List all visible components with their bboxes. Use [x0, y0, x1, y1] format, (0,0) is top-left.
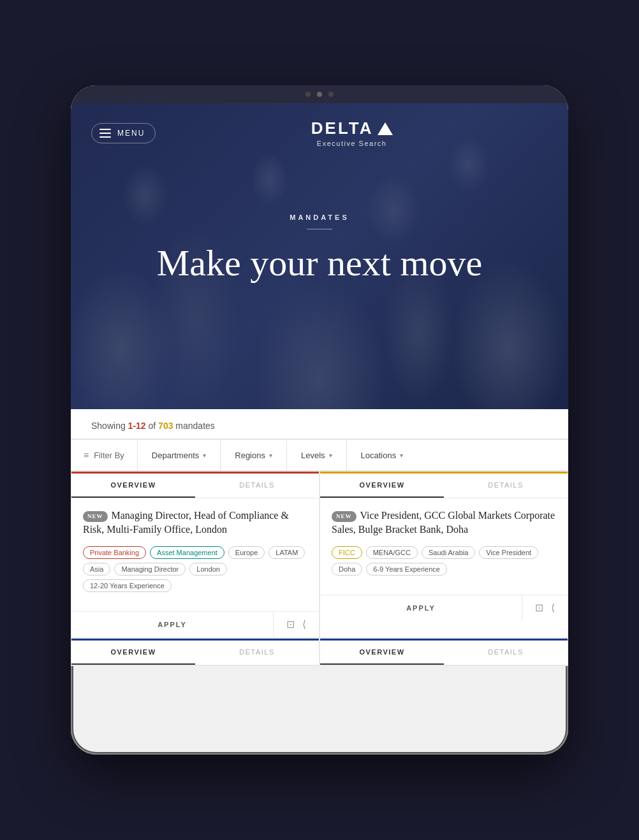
logo-name: DELTA	[311, 119, 393, 138]
camera-dot-1	[305, 92, 311, 97]
tag-latam[interactable]: LATAM	[268, 546, 305, 559]
tag-years-exp-2[interactable]: 6-9 Years Experience	[366, 563, 447, 576]
card-4-tab-details[interactable]: DETAILS	[444, 641, 568, 665]
filter-by-button[interactable]: ≡ Filter By	[71, 440, 138, 470]
departments-dropdown[interactable]: Departments ▾	[138, 440, 221, 470]
tag-mena-gcc[interactable]: MENA/GCC	[366, 546, 418, 559]
hero-eyebrow-line	[307, 229, 332, 229]
hero-nav: MENU DELTA Executive Search	[71, 103, 568, 163]
logo-subtitle: Executive Search	[311, 140, 393, 147]
card-1-tab-details[interactable]: DETAILS	[195, 474, 319, 498]
showing-prefix: Showing	[91, 421, 128, 431]
card-1-tabs: OVERVIEW DETAILS	[71, 474, 319, 498]
card-2-tab-overview[interactable]: OVERVIEW	[320, 474, 444, 498]
menu-label: MENU	[117, 129, 145, 138]
tag-ficc[interactable]: FICC	[332, 546, 362, 559]
locations-dropdown[interactable]: Locations ▾	[347, 440, 418, 470]
hero-center: MANDATES Make your next move	[71, 163, 568, 285]
camera-dot-2	[317, 92, 322, 97]
hero-section: MENU DELTA Executive Search MANDATES Mak…	[71, 103, 568, 409]
card-2-tabs: OVERVIEW DETAILS	[320, 474, 568, 498]
filter-bar: ≡ Filter By Departments ▾ Regions ▾ Leve…	[71, 439, 568, 471]
filter-icon: ≡	[84, 450, 89, 460]
tag-london[interactable]: London	[189, 563, 227, 576]
tag-asia[interactable]: Asia	[83, 563, 110, 576]
card-1-title: NEWManaging Director, Head of Compliance…	[83, 509, 307, 537]
regions-dropdown[interactable]: Regions ▾	[221, 440, 287, 470]
card-2-bookmark-icon[interactable]: ⊡	[532, 599, 546, 616]
results-total: 703	[158, 421, 173, 431]
tag-managing-director[interactable]: Managing Director	[114, 563, 186, 576]
job-card-3: OVERVIEW DETAILS	[71, 639, 319, 665]
regions-arrow-icon: ▾	[269, 452, 272, 459]
levels-dropdown[interactable]: Levels ▾	[287, 440, 347, 470]
card-1-tags: Private Banking Asset Management Europe …	[83, 546, 307, 592]
tag-years-exp-1[interactable]: 12-20 Years Experience	[83, 579, 172, 592]
levels-label: Levels	[301, 451, 325, 460]
card-2-footer: APPLY ⊡ ⟨	[320, 595, 568, 621]
card-1-bookmark-icon[interactable]: ⊡	[284, 616, 297, 633]
card-2-body: NEWVice President, GCC Global Markets Co…	[320, 498, 568, 595]
card-3-tabs: OVERVIEW DETAILS	[71, 641, 319, 665]
card-4-tab-overview[interactable]: OVERVIEW	[320, 641, 444, 665]
card-1-tab-overview[interactable]: OVERVIEW	[71, 474, 195, 498]
job-card-4: OVERVIEW DETAILS	[320, 639, 568, 665]
departments-label: Departments	[152, 451, 199, 460]
tablet-top-bar	[71, 85, 568, 103]
card-2-share-icon[interactable]: ⟨	[548, 599, 557, 616]
locations-arrow-icon: ▾	[400, 452, 403, 459]
cards-grid: OVERVIEW DETAILS NEWManaging Director, H…	[71, 471, 568, 666]
page-content: MENU DELTA Executive Search MANDATES Mak…	[71, 103, 568, 666]
card-2-apply-button[interactable]: APPLY	[320, 595, 522, 621]
results-suffix: mandates	[173, 421, 214, 431]
job-card-1: OVERVIEW DETAILS NEWManaging Director, H…	[71, 472, 319, 637]
departments-arrow-icon: ▾	[203, 452, 206, 459]
job-card-2: OVERVIEW DETAILS NEWVice President, GCC …	[320, 472, 568, 637]
levels-arrow-icon: ▾	[329, 452, 332, 459]
tablet-frame: MENU DELTA Executive Search MANDATES Mak…	[71, 85, 568, 755]
card-1-share-icon[interactable]: ⟨	[300, 616, 309, 633]
card-2-tags: FICC MENA/GCC Saudi Arabia Vice Presiden…	[332, 546, 556, 576]
card-2-new-badge: NEW	[332, 511, 356, 522]
hero-title: Make your next move	[71, 242, 568, 285]
hamburger-icon	[99, 129, 111, 138]
tag-doha[interactable]: Doha	[332, 563, 362, 576]
results-range: 1-12	[128, 421, 146, 431]
tag-saudi-arabia[interactable]: Saudi Arabia	[422, 546, 475, 559]
tag-asset-management[interactable]: Asset Management	[150, 546, 224, 559]
hero-eyebrow: MANDATES	[71, 214, 568, 221]
logo-triangle-icon	[378, 122, 393, 135]
card-1-apply-button[interactable]: APPLY	[71, 612, 274, 637]
card-1-new-badge: NEW	[83, 511, 108, 522]
card-1-actions: ⊡ ⟨	[274, 616, 319, 633]
results-section: Showing 1-12 of 703 mandates	[71, 409, 568, 439]
of-text: of	[146, 421, 158, 431]
locations-label: Locations	[361, 451, 397, 460]
logo-area: DELTA Executive Search	[156, 119, 548, 147]
card-4-tabs: OVERVIEW DETAILS	[320, 641, 568, 665]
tag-europe[interactable]: Europe	[228, 546, 265, 559]
menu-button[interactable]: MENU	[91, 123, 156, 143]
card-2-title: NEWVice President, GCC Global Markets Co…	[332, 509, 556, 537]
logo[interactable]: DELTA Executive Search	[311, 119, 393, 147]
tag-private-banking[interactable]: Private Banking	[83, 546, 146, 559]
results-count: Showing 1-12 of 703 mandates	[91, 421, 548, 431]
card-2-tab-details[interactable]: DETAILS	[444, 474, 568, 498]
card-3-tab-overview[interactable]: OVERVIEW	[71, 641, 195, 665]
camera-dot-3	[328, 92, 334, 97]
regions-label: Regions	[235, 451, 265, 460]
card-1-body: NEWManaging Director, Head of Compliance…	[71, 498, 319, 611]
card-1-footer: APPLY ⊡ ⟨	[71, 611, 319, 637]
card-2-actions: ⊡ ⟨	[522, 599, 568, 616]
tag-vice-president[interactable]: Vice President	[479, 546, 538, 559]
filter-by-label: Filter By	[94, 451, 124, 460]
card-3-tab-details[interactable]: DETAILS	[195, 641, 319, 665]
